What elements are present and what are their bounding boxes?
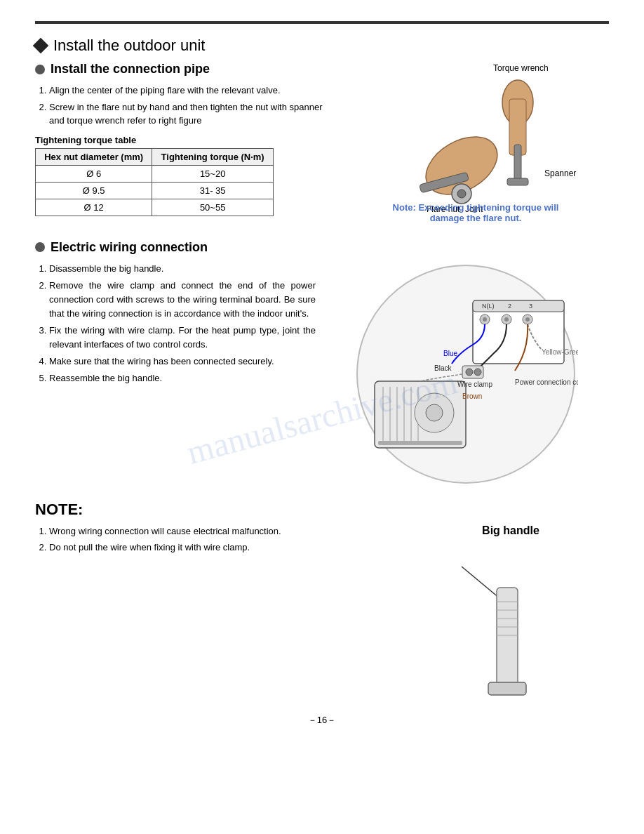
list-item: Align the center of the piping flare wit… [49, 84, 335, 98]
wiring-content: Disassemble the big handle. Remove the w… [35, 262, 609, 486]
table-cell: 31- 35 [152, 182, 274, 199]
note-list-area: Wrong wiring connection will cause elect… [35, 524, 398, 562]
svg-point-29 [504, 317, 509, 322]
svg-text:Yellow-Green: Yellow-Green [542, 348, 578, 356]
circle-bullet-icon [35, 65, 45, 74]
table-cell: Ø 12 [36, 199, 152, 216]
big-handle-area: Big handle [412, 524, 609, 700]
page: Install the connection pipe Install the … [0, 0, 644, 834]
table-col1-header: Hex nut diameter (mm) [36, 148, 152, 165]
torque-diagram: Torque wrench Spanner [356, 62, 595, 223]
table-cell: Ø 9.5 [36, 182, 152, 199]
table-row: Ø 6 15~20 [36, 165, 274, 182]
list-item: Screw in the flare nut by hand and then … [49, 100, 335, 128]
svg-point-34 [474, 369, 481, 376]
svg-point-33 [466, 369, 473, 376]
svg-text:Wire clamp: Wire clamp [457, 380, 492, 388]
wiring-diagram-area: N(L) 2 3 [323, 262, 609, 486]
svg-rect-2 [514, 145, 521, 183]
table-col2-header: Tightening torque (N·m) [152, 148, 274, 165]
electric-wiring-section: Electric wiring connection Disassemble t… [35, 240, 609, 486]
table-row: Ø 9.5 31- 35 [36, 182, 274, 199]
svg-text:3: 3 [529, 303, 532, 310]
svg-point-7 [457, 190, 466, 198]
big-handle-diagram: Big handle [448, 524, 574, 700]
svg-rect-20 [378, 441, 462, 445]
svg-text:2: 2 [508, 303, 511, 310]
note-section: NOTE: Wrong wiring connection will cause… [35, 501, 609, 700]
diamond-icon [33, 38, 49, 54]
electric-wiring-heading: Electric wiring connection [35, 240, 609, 255]
torque-table: Hex nut diameter (mm) Tightening torque … [35, 148, 274, 216]
list-item: Make sure that the wiring has been conne… [49, 355, 316, 369]
page-number: －16－ [35, 714, 609, 727]
table-cell: Ø 6 [36, 165, 152, 182]
svg-rect-3 [507, 178, 528, 185]
torque-table-heading: Tightening torque table [35, 135, 335, 145]
big-handle-label: Big handle [482, 524, 539, 537]
table-row: Ø 12 50~55 [36, 199, 274, 216]
svg-text:Brown: Brown [462, 392, 482, 400]
section-title-display: Install the outdoor unit [53, 37, 205, 55]
list-item: Remove the wire clamp and connect the en… [49, 279, 316, 321]
list-item: Do not pull the wire when fixing it with… [49, 541, 398, 555]
list-item: Disassemble the big handle. [49, 262, 316, 276]
torque-wrench-label: Torque wrench [493, 63, 549, 73]
section-title: Install the connection pipe Install the … [35, 37, 609, 55]
list-item: Wrong wiring connection will cause elect… [49, 524, 398, 538]
note-list: Wrong wiring connection will cause elect… [49, 524, 398, 555]
svg-rect-42 [497, 588, 518, 686]
install-pipe-section: Install the connection pipe Align the ce… [35, 62, 609, 227]
wiring-steps: Disassemble the big handle. Remove the w… [35, 262, 316, 486]
svg-rect-48 [488, 682, 526, 695]
circle-bullet2-icon [35, 242, 45, 252]
wiring-svg: N(L) 2 3 [354, 262, 578, 486]
bottom-note-area: Wrong wiring connection will cause elect… [35, 524, 609, 700]
note-label: Note: Exceeding tightening torque will [393, 202, 559, 213]
svg-text:Blue: Blue [443, 350, 457, 357]
big-handle-svg [448, 545, 574, 700]
note-box: Note: Exceeding tightening torque will d… [356, 202, 595, 223]
wrench-svg: Spanner Flare nut Joint [356, 74, 595, 215]
wiring-steps-list: Disassemble the big handle. Remove the w… [49, 262, 316, 386]
table-cell: 15~20 [152, 165, 274, 182]
svg-text:Power connection cord: Power connection cord [515, 378, 578, 386]
svg-text:N(L): N(L) [482, 303, 495, 310]
spanner-label: Spanner [544, 168, 576, 178]
svg-point-27 [483, 317, 487, 322]
note-heading: NOTE: [35, 501, 609, 519]
list-item: Fix the wiring with wire clamp. For the … [49, 324, 316, 352]
svg-point-31 [525, 317, 530, 322]
list-item: Reassemble the big handle. [49, 371, 316, 385]
install-pipe-left: Install the connection pipe Align the ce… [35, 62, 335, 227]
table-cell: 50~55 [152, 199, 274, 216]
top-border [35, 21, 609, 24]
wiring-circle-diagram: N(L) 2 3 [354, 262, 578, 486]
install-pipe-right: Torque wrench Spanner [342, 62, 609, 227]
note-label2: damage the flare nut. [430, 213, 522, 223]
install-pipe-steps: Align the center of the piping flare wit… [49, 84, 335, 128]
svg-point-19 [426, 404, 443, 421]
svg-text:Black: Black [434, 364, 452, 372]
install-pipe-heading: Install the connection pipe [35, 62, 335, 77]
